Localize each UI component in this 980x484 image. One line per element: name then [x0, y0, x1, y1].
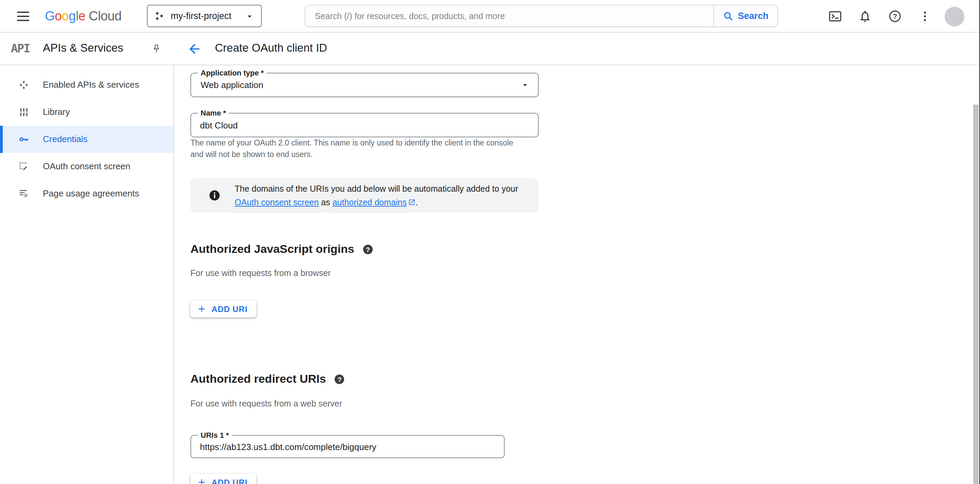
- notice-prefix: The domains of the URIs you add below wi…: [235, 184, 518, 194]
- key-icon: [18, 134, 29, 145]
- sub-header: API APIs & Services Create OAuth client …: [0, 33, 980, 65]
- add-uri-label: ADD URI: [212, 478, 248, 484]
- more-vertical-icon[interactable]: [918, 10, 932, 23]
- dropdown-caret-icon: [520, 80, 530, 90]
- logo-letter-4: l: [76, 9, 78, 24]
- sidebar-item-enabled-apis[interactable]: Enabled APIs & services: [0, 71, 173, 98]
- uri-field: URIs 1 *: [191, 435, 504, 458]
- js-origins-help-icon[interactable]: ?: [363, 245, 373, 254]
- authorized-domains-link[interactable]: authorized domains: [332, 197, 407, 207]
- enabled-apis-icon: [18, 79, 29, 90]
- chevron-down-icon: [245, 11, 255, 21]
- info-notice: The domains of the URIs you add below wi…: [191, 178, 539, 213]
- page-title: Create OAuth client ID: [215, 41, 327, 54]
- plus-icon: [197, 304, 207, 314]
- application-type-value: Web application: [200, 80, 264, 90]
- consent-screen-icon: [18, 161, 29, 172]
- sidebar-item-label: Enabled APIs & services: [43, 71, 139, 98]
- svg-text:?: ?: [893, 13, 897, 20]
- js-origins-heading-text: Authorized JavaScript origins: [191, 243, 354, 256]
- add-uri-button-redirects[interactable]: ADD URI: [191, 474, 256, 484]
- main-content: Application type * Web application Name …: [174, 65, 980, 484]
- plus-icon: [197, 477, 207, 484]
- js-origins-subtitle: For use with requests from a browser: [191, 268, 331, 278]
- sidebar-item-label: Credentials: [43, 126, 88, 153]
- project-selector[interactable]: my-first-project: [147, 5, 262, 27]
- sidebar-item-page-usage[interactable]: Page usage agreements: [0, 180, 173, 207]
- application-type-select[interactable]: Application type * Web application: [191, 73, 539, 97]
- sidebar-item-credentials[interactable]: Credentials: [0, 126, 173, 153]
- redirect-uris-help-icon[interactable]: ?: [335, 375, 344, 384]
- name-field: Name *: [191, 113, 539, 137]
- avatar[interactable]: [945, 6, 964, 26]
- sidebar-item-label: Library: [43, 98, 70, 126]
- library-icon: [18, 107, 29, 117]
- name-helper-text: The name of your OAuth 2.0 client. This …: [191, 137, 515, 160]
- project-name: my-first-project: [171, 11, 232, 21]
- sidebar: Enabled APIs & services Library: [0, 65, 173, 484]
- search-input[interactable]: [305, 5, 713, 27]
- name-input[interactable]: [191, 114, 538, 136]
- pin-icon[interactable]: [151, 43, 162, 54]
- redirect-uris-heading-text: Authorized redirect URIs: [191, 373, 326, 386]
- add-uri-button-origins[interactable]: ADD URI: [191, 300, 256, 317]
- logo-letter-0: G: [45, 9, 55, 24]
- search-button-label: Search: [738, 11, 768, 21]
- sidebar-item-library[interactable]: Library: [0, 98, 173, 126]
- logo-letter-2: o: [62, 9, 69, 24]
- notifications-icon[interactable]: [858, 10, 872, 23]
- sidebar-divider: [173, 33, 174, 484]
- notice-infix: as: [319, 197, 332, 207]
- cloud-shell-icon[interactable]: [828, 10, 842, 23]
- application-type-label: Application type *: [198, 69, 267, 78]
- info-notice-text: The domains of the URIs you add below wi…: [235, 182, 519, 209]
- search-button[interactable]: Search: [713, 5, 777, 27]
- agreements-icon: [18, 188, 29, 199]
- menu-icon[interactable]: [17, 11, 29, 21]
- top-app-bar: Google Cloud my-first-project Search: [0, 0, 980, 33]
- project-icon: [154, 11, 165, 21]
- redirect-uris-heading: Authorized redirect URIs ?: [191, 373, 344, 386]
- search-bar: Search: [305, 5, 778, 27]
- google-cloud-logo[interactable]: Google Cloud: [45, 0, 121, 33]
- selected-indicator: [0, 126, 3, 153]
- uri-input[interactable]: [191, 436, 504, 457]
- oauth-consent-screen-link[interactable]: OAuth consent screen: [235, 197, 319, 207]
- sidebar-item-oauth-consent[interactable]: OAuth consent screen: [0, 153, 173, 180]
- back-arrow-icon[interactable]: [187, 41, 202, 56]
- api-product-icon: API: [11, 41, 30, 55]
- sidebar-item-label: OAuth consent screen: [43, 153, 130, 180]
- scrollbar-thumb[interactable]: [973, 105, 978, 484]
- notice-suffix: .: [415, 197, 418, 207]
- logo-letter-5: e: [78, 9, 86, 24]
- redirect-uris-subtitle: For use with requests from a web server: [191, 399, 342, 409]
- sidebar-item-label: Page usage agreements: [43, 180, 139, 207]
- search-icon: [723, 11, 734, 21]
- js-origins-heading: Authorized JavaScript origins ?: [191, 243, 373, 256]
- logo-letter-3: g: [69, 9, 76, 24]
- product-title: APIs & Services: [43, 41, 123, 54]
- add-uri-label: ADD URI: [212, 304, 248, 314]
- info-icon: [209, 190, 220, 201]
- open-in-new-icon: [408, 198, 415, 206]
- help-icon[interactable]: ?: [888, 10, 902, 23]
- logo-cloud-text: Cloud: [89, 9, 121, 24]
- google-cloud-console: Google Cloud my-first-project Search: [0, 0, 980, 484]
- logo-letter-1: o: [55, 9, 62, 24]
